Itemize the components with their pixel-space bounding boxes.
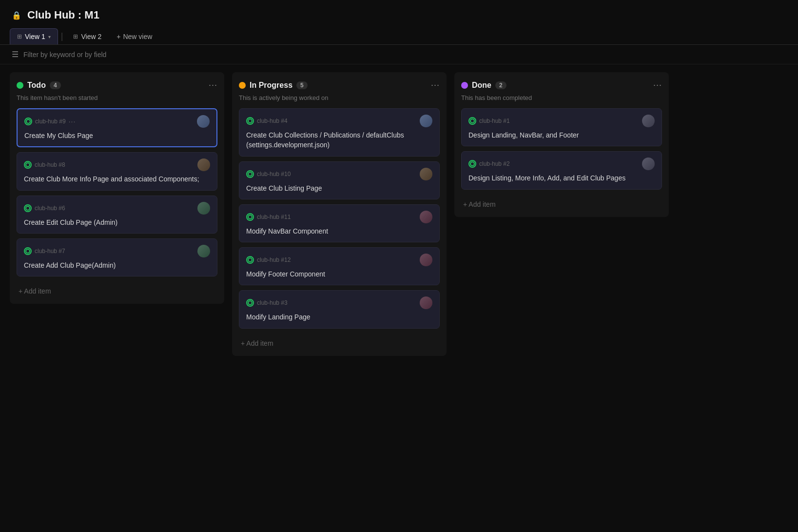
page-header: 🔒 Club Hub : M1 [0,0,798,26]
card-avatar-4 [420,296,432,309]
issue-icon-1 [246,170,254,178]
column-title-in-progress: In Progress [250,81,292,90]
card-avatar-0 [197,115,210,128]
card-title-0: Design Landing, NavBar, and Footer [468,130,655,140]
card-avatar-1 [197,158,210,171]
column-title-done: Done [472,81,491,90]
issue-icon-3 [246,256,254,264]
card-header-3: club-hub #12 [246,254,432,266]
status-dot-todo [17,82,23,89]
card-dots-0[interactable]: ··· [69,118,76,125]
card-in-progress-3[interactable]: club-hub #12 Modify Footer Component [239,247,440,285]
filter-bar: ☰ [0,45,798,64]
add-item-btn-todo[interactable]: + Add item [17,283,217,296]
tabs-bar: ⊞ View 1 ▾ | ⊞ View 2 + New view [0,26,798,45]
issue-icon-1 [24,161,32,169]
card-id-1: club-hub #8 [35,161,65,168]
filter-input[interactable] [23,51,786,59]
board: Todo 4 ··· This item hasn't been started… [0,64,798,364]
card-title-2: Create Edit Club Page (Admin) [24,217,210,227]
card-avatar-2 [197,202,210,215]
issue-icon-0 [246,117,254,125]
issue-icon-2 [246,213,254,221]
card-title-1: Create Club More Info Page and associate… [24,174,210,184]
issue-icon-2 [24,204,32,212]
issue-icon-1 [468,160,476,168]
card-header-1: club-hub #8 [24,158,210,171]
column-todo: Todo 4 ··· This item hasn't been started… [10,72,224,304]
card-id-0: club-hub #4 [257,118,288,124]
card-done-1[interactable]: club-hub #2 Design Listing, More Info, A… [461,151,662,189]
add-item-btn-in-progress[interactable]: + Add item [239,335,440,348]
card-header-0: club-hub #1 [468,115,655,127]
card-id-0: club-hub #1 [479,118,510,124]
card-in-progress-2[interactable]: club-hub #11 Modify NavBar Component [239,204,440,242]
card-title-0: Create My Clubs Page [24,131,210,140]
column-description-todo: This item hasn't been started [17,94,217,101]
column-menu-in-progress[interactable]: ··· [431,80,440,90]
card-header-2: club-hub #11 [246,211,432,223]
card-id-2: club-hub #6 [35,205,65,212]
card-header-4: club-hub #3 [246,296,432,309]
card-id-3: club-hub #7 [35,248,65,255]
card-avatar-2 [420,211,432,223]
column-count-todo: 4 [50,81,61,89]
column-done: Done 2 ··· This has been completed club-… [454,72,669,217]
card-title-0: Create Club Collections / Publications /… [246,130,432,150]
tab-view1-label: View 1 [25,33,45,40]
card-in-progress-1[interactable]: club-hub #10 Create Club Listing Page [239,161,440,199]
column-title-todo: Todo [27,81,46,90]
tab-view1[interactable]: ⊞ View 1 ▾ [10,28,58,44]
issue-icon-3 [24,247,32,255]
status-dot-in-progress [239,82,246,89]
new-view-plus-icon: + [117,33,120,40]
card-avatar-1 [420,168,432,180]
card-title-4: Modify Landing Page [246,312,432,322]
card-in-progress-4[interactable]: club-hub #3 Modify Landing Page [239,290,440,328]
card-header-1: club-hub #10 [246,168,432,180]
view1-icon: ⊞ [17,33,22,40]
column-count-done: 2 [495,81,506,89]
issue-icon-4 [246,299,254,307]
column-count-in-progress: 5 [296,81,308,89]
new-view-label: New view [123,33,152,40]
add-item-btn-done[interactable]: + Add item [461,197,662,209]
card-title-2: Modify NavBar Component [246,226,432,236]
column-menu-done[interactable]: ··· [653,80,662,90]
tab-divider: | [60,31,64,41]
card-id-4: club-hub #3 [257,299,288,306]
card-in-progress-0[interactable]: club-hub #4 Create Club Collections / Pu… [239,108,440,157]
card-header-2: club-hub #6 [24,202,210,215]
card-title-1: Design Listing, More Info, Add, and Edit… [468,173,655,183]
column-description-in-progress: This is actively being worked on [239,94,440,101]
card-avatar-1 [642,158,655,170]
card-todo-2[interactable]: club-hub #6 Create Edit Club Page (Admin… [17,196,217,234]
card-todo-1[interactable]: club-hub #8 Create Club More Info Page a… [17,152,217,190]
tab-view1-chevron[interactable]: ▾ [48,34,51,39]
card-avatar-3 [420,254,432,266]
column-in-progress: In Progress 5 ··· This is actively being… [232,72,447,356]
column-description-done: This has been completed [461,94,662,101]
filter-icon: ☰ [12,50,19,59]
new-view-button[interactable]: + New view [111,29,158,44]
card-id-1: club-hub #2 [479,160,510,167]
tab-view2-label: View 2 [81,33,101,40]
card-todo-3[interactable]: club-hub #7 Create Add Club Page(Admin) [17,238,217,276]
card-header-1: club-hub #2 [468,158,655,170]
column-menu-todo[interactable]: ··· [209,80,217,90]
column-header-done: Done 2 ··· [461,80,662,90]
card-header-3: club-hub #7 [24,245,210,257]
card-title-1: Create Club Listing Page [246,183,432,193]
card-id-2: club-hub #11 [257,214,291,220]
card-done-0[interactable]: club-hub #1 Design Landing, NavBar, and … [461,108,662,146]
column-header-todo: Todo 4 ··· [17,80,217,90]
tab-view2[interactable]: ⊞ View 2 [66,28,109,44]
card-avatar-0 [420,115,432,127]
card-header-0: club-hub #4 [246,115,432,127]
issue-icon-0 [24,118,32,125]
view2-icon: ⊞ [73,33,78,40]
card-id-1: club-hub #10 [257,171,291,177]
card-todo-0[interactable]: club-hub #9 ··· Create My Clubs Page [17,108,217,147]
card-id-0: club-hub #9 [35,118,66,125]
card-header-0: club-hub #9 ··· [24,115,210,128]
